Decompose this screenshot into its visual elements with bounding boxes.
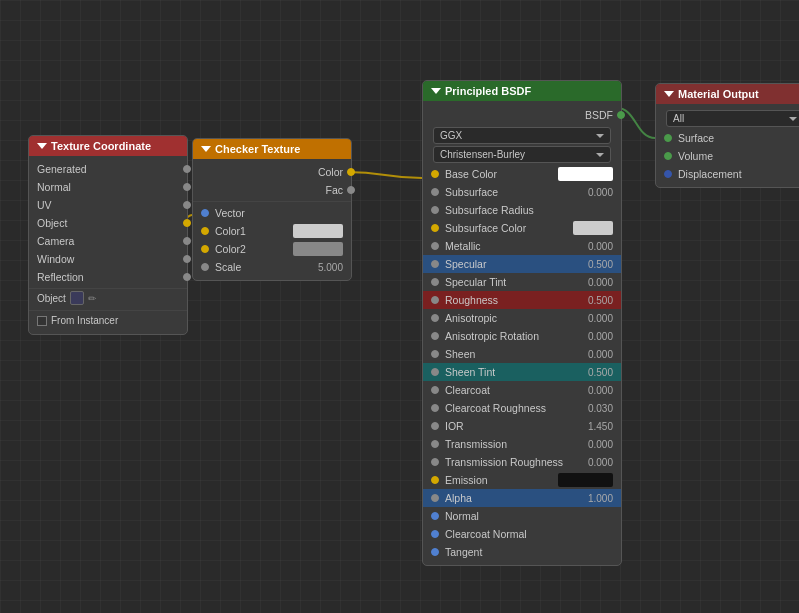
from-instancer-label: From Instancer (51, 315, 118, 326)
reflection-socket[interactable] (183, 273, 191, 281)
checker-texture-body: Color Fac Vector Color1 Color2 Sca (193, 159, 351, 280)
tangent-socket[interactable] (431, 548, 439, 556)
collapse-icon[interactable] (37, 143, 47, 149)
vector-socket[interactable] (201, 209, 209, 217)
checker-texture-node: Checker Texture Color Fac Vector Color1 … (192, 138, 352, 281)
normal-in-socket[interactable] (431, 512, 439, 520)
camera-socket[interactable] (183, 237, 191, 245)
material-output-header[interactable]: Material Output (656, 84, 799, 104)
collapse-icon[interactable] (201, 146, 211, 152)
scale-socket[interactable] (201, 263, 209, 271)
normal-socket[interactable] (183, 183, 191, 191)
base-color-swatch[interactable] (558, 167, 613, 181)
clearcoat-socket[interactable] (431, 386, 439, 394)
checker-color-output: Color (193, 163, 351, 181)
sheen-tint-socket[interactable] (431, 368, 439, 376)
collapse-icon[interactable] (431, 88, 441, 94)
specular-socket[interactable] (431, 260, 439, 268)
chevron-icon (596, 134, 604, 138)
from-instancer-row: From Instancer (29, 310, 187, 330)
socket-window: Window (29, 250, 187, 268)
bsdf-transmission: Transmission 0.000 (423, 435, 621, 453)
color2-socket[interactable] (201, 245, 209, 253)
alpha-socket[interactable] (431, 494, 439, 502)
bsdf-sheen-tint: Sheen Tint 0.500 (423, 363, 621, 381)
target-dropdown[interactable]: All (666, 110, 799, 127)
pencil-icon[interactable]: ✏ (88, 293, 96, 304)
checker-fac-output: Fac (193, 181, 351, 199)
socket-normal: Normal (29, 178, 187, 196)
checker-color2-input: Color2 (193, 240, 351, 258)
bsdf-anisotropic-rotation: Anisotropic Rotation 0.000 (423, 327, 621, 345)
bsdf-specular: Specular 0.500 (423, 255, 621, 273)
color1-swatch[interactable] (293, 224, 343, 238)
object-row: Object ✏ (29, 288, 187, 307)
displacement-socket[interactable] (664, 170, 672, 178)
material-output-node: Material Output All Surface Volume Displ… (655, 83, 799, 188)
metallic-socket[interactable] (431, 242, 439, 250)
color2-swatch[interactable] (293, 242, 343, 256)
anisotropic-rotation-socket[interactable] (431, 332, 439, 340)
socket-object: Object (29, 214, 187, 232)
principled-bsdf-node: Principled BSDF BSDF GGX Christensen-Bur… (422, 80, 622, 566)
bsdf-subsurface: Subsurface 0.000 (423, 183, 621, 201)
material-output-title: Material Output (678, 88, 759, 100)
bsdf-output-socket[interactable] (617, 111, 625, 119)
ior-socket[interactable] (431, 422, 439, 430)
from-instancer-checkbox[interactable] (37, 316, 47, 326)
socket-camera: Camera (29, 232, 187, 250)
socket-reflection: Reflection (29, 268, 187, 286)
uv-socket[interactable] (183, 201, 191, 209)
output-volume: Volume (656, 147, 799, 165)
subsurface-color-swatch[interactable] (573, 221, 613, 235)
socket-uv: UV (29, 196, 187, 214)
roughness-socket[interactable] (431, 296, 439, 304)
surface-socket[interactable] (664, 134, 672, 142)
subsurface-radius-socket[interactable] (431, 206, 439, 214)
texture-coordinate-body: Generated Normal UV Object Camera Window… (29, 156, 187, 334)
bsdf-base-color: Base Color (423, 165, 621, 183)
object-color[interactable] (70, 291, 84, 305)
bsdf-output-label: BSDF (585, 109, 613, 121)
emission-swatch[interactable] (558, 473, 613, 487)
emission-socket[interactable] (431, 476, 439, 484)
bsdf-output-row: BSDF (423, 105, 621, 125)
subsurface-socket[interactable] (431, 188, 439, 196)
bsdf-metallic: Metallic 0.000 (423, 237, 621, 255)
transmission-roughness-socket[interactable] (431, 458, 439, 466)
distribution-dropdown[interactable]: GGX (433, 127, 611, 144)
transmission-socket[interactable] (431, 440, 439, 448)
checker-fac-socket[interactable] (347, 186, 355, 194)
color1-socket[interactable] (201, 227, 209, 235)
checker-texture-header[interactable]: Checker Texture (193, 139, 351, 159)
bsdf-emission: Emission (423, 471, 621, 489)
checker-color-socket[interactable] (347, 168, 355, 176)
bsdf-specular-tint: Specular Tint 0.000 (423, 273, 621, 291)
clearcoat-normal-socket[interactable] (431, 530, 439, 538)
bsdf-tangent: Tangent (423, 543, 621, 561)
anisotropic-socket[interactable] (431, 314, 439, 322)
texture-coordinate-node: Texture Coordinate Generated Normal UV O… (28, 135, 188, 335)
material-output-body: All Surface Volume Displacement (656, 104, 799, 187)
bsdf-subsurface-radius: Subsurface Radius (423, 201, 621, 219)
specular-tint-socket[interactable] (431, 278, 439, 286)
volume-socket[interactable] (664, 152, 672, 160)
checker-scale-input: Scale 5.000 (193, 258, 351, 276)
bsdf-header[interactable]: Principled BSDF (423, 81, 621, 101)
subsurface-color-socket[interactable] (431, 224, 439, 232)
generated-socket[interactable] (183, 165, 191, 173)
socket-generated: Generated (29, 160, 187, 178)
collapse-icon[interactable] (664, 91, 674, 97)
bsdf-sheen: Sheen 0.000 (423, 345, 621, 363)
clearcoat-roughness-socket[interactable] (431, 404, 439, 412)
bsdf-clearcoat-normal: Clearcoat Normal (423, 525, 621, 543)
bsdf-title: Principled BSDF (445, 85, 531, 97)
subsurface-method-dropdown[interactable]: Christensen-Burley (433, 146, 611, 163)
texture-coordinate-header[interactable]: Texture Coordinate (29, 136, 187, 156)
sheen-socket[interactable] (431, 350, 439, 358)
window-socket[interactable] (183, 255, 191, 263)
object-socket[interactable] (183, 219, 191, 227)
base-color-socket[interactable] (431, 170, 439, 178)
bsdf-clearcoat: Clearcoat 0.000 (423, 381, 621, 399)
bsdf-subsurface-color: Subsurface Color (423, 219, 621, 237)
